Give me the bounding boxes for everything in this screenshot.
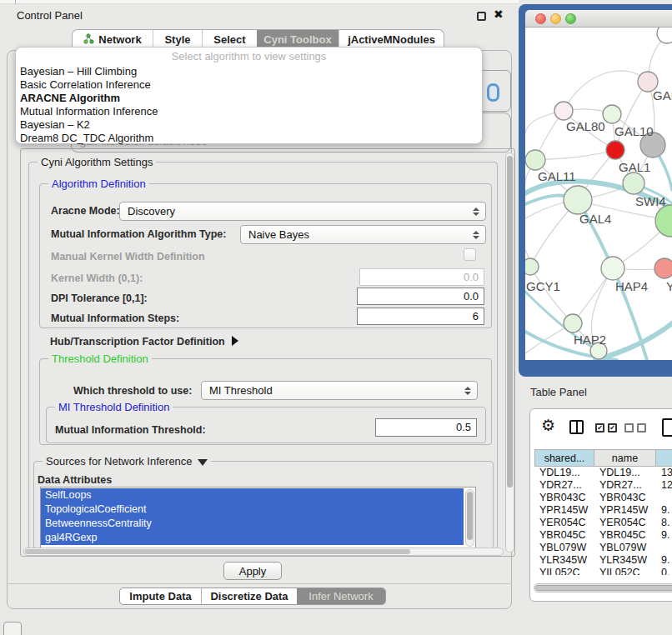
table-row[interactable]: YLR345W YLR345W 9.	[534, 554, 672, 567]
mi-algorithm-type-combo[interactable]: Naive Bayes	[240, 225, 486, 244]
select-all-check-icon[interactable]: ✔	[608, 423, 617, 432]
cell[interactable]: 9.	[656, 504, 672, 517]
table-row[interactable]: YBR043C YBR043C	[534, 492, 672, 504]
zoom-traffic-light-icon[interactable]	[565, 13, 576, 24]
settings-vertical-scrollbar[interactable]	[505, 152, 514, 552]
cell[interactable]	[656, 542, 672, 554]
expand-arrow-icon[interactable]	[232, 336, 238, 346]
dropdown-item[interactable]: Bayesian – Hill Climbing	[16, 65, 482, 78]
cell[interactable]: YDR27...	[534, 479, 594, 492]
list-item[interactable]: TopologicalCoefficient	[41, 502, 464, 517]
cell[interactable]: YDR27...	[594, 479, 656, 492]
table-row[interactable]: YDL19... YDL19... 13	[534, 467, 672, 479]
table-horizontal-scrollbar-thumb[interactable]	[535, 585, 672, 591]
node-hap4[interactable]	[601, 257, 624, 280]
hub-definition-section[interactable]: Hub/Transcription Factor Definition	[50, 333, 238, 348]
apply-button[interactable]: Apply	[223, 562, 282, 580]
cell[interactable]: 13	[656, 467, 672, 479]
close-traffic-light-icon[interactable]	[535, 13, 546, 24]
manual-kernel-width-checkbox[interactable]	[464, 248, 476, 261]
column-header-shared-name[interactable]: shared...	[534, 450, 594, 466]
cell[interactable]: YDL19...	[534, 467, 594, 479]
deselect-all-check-icon[interactable]	[624, 423, 634, 432]
cell[interactable]: YIL052C	[594, 567, 656, 575]
cell[interactable]: YBL079W	[534, 542, 594, 554]
node-swi4[interactable]	[655, 205, 672, 237]
cell[interactable]	[656, 492, 672, 504]
split-view-icon[interactable]	[569, 420, 584, 434]
node-gal10[interactable]	[603, 105, 621, 123]
node-gal1[interactable]	[623, 172, 644, 194]
cell[interactable]: YBL079W	[594, 542, 656, 554]
tab-impute-data[interactable]: Impute Data	[120, 588, 201, 604]
cell[interactable]: YBR043C	[594, 492, 656, 504]
minimize-traffic-light-icon[interactable]	[550, 13, 561, 24]
cell[interactable]: 9.	[656, 554, 672, 567]
cell[interactable]: YLR345W	[594, 554, 656, 567]
settings-vertical-scrollbar-thumb[interactable]	[507, 156, 513, 488]
settings-horizontal-scrollbar-thumb[interactable]	[25, 549, 410, 554]
cell[interactable]: YLR345W	[534, 554, 594, 567]
cell[interactable]: YPR145W	[594, 504, 656, 517]
network-window-titlebar[interactable]	[525, 10, 672, 28]
node-salmon[interactable]	[654, 258, 672, 278]
dpi-tolerance-field[interactable]: 0.0	[357, 288, 484, 305]
settings-horizontal-scrollbar[interactable]	[23, 548, 504, 556]
table-row[interactable]: YDR27... YDR27... 12	[534, 479, 672, 492]
cell[interactable]: 9.	[656, 529, 672, 542]
node-selected-red[interactable]	[606, 141, 624, 159]
tab-discretize-data[interactable]: Discretize Data	[201, 588, 297, 604]
cell[interactable]: YPR145W	[534, 504, 594, 517]
mi-steps-field[interactable]: 6	[357, 308, 484, 325]
dropdown-item[interactable]: Dream8 DC_TDC Algorithm	[16, 132, 482, 145]
table-row[interactable]: YER054C YER054C 8.	[534, 517, 672, 529]
cell[interactable]: YBR043C	[534, 492, 594, 504]
cell[interactable]: YBR045C	[594, 529, 656, 542]
tab-infer-network[interactable]: Infer Network	[297, 588, 385, 604]
cell[interactable]: YIL052C	[534, 567, 594, 575]
cell[interactable]: YDL19...	[594, 467, 656, 479]
docked-panel-icon[interactable]	[3, 622, 22, 635]
cell[interactable]: YER054C	[594, 517, 656, 529]
table-row[interactable]: YBL079W YBL079W	[534, 542, 672, 554]
table-horizontal-scrollbar[interactable]	[534, 583, 672, 592]
cell[interactable]: 0.	[656, 567, 672, 575]
list-item[interactable]: gal4RGexp	[41, 531, 464, 545]
network-nodes[interactable]	[525, 28, 672, 359]
network-window[interactable]: GAL GAL80 GAL10 GAL1 GAL11 SWI4 GAL4 GCY…	[519, 4, 672, 377]
table-row[interactable]: YBR045C YBR045C 9.	[534, 529, 672, 542]
table-row[interactable]: YPR145W YPR145W 9.	[534, 504, 672, 517]
new-table-icon[interactable]	[662, 418, 672, 437]
node-hap2[interactable]	[564, 314, 582, 332]
list-scrollbar-thumb[interactable]	[467, 492, 473, 540]
collapse-arrow-icon[interactable]	[198, 459, 208, 466]
dropdown-item[interactable]: Mutual Information Inference	[16, 105, 482, 118]
float-panel-icon[interactable]	[477, 12, 486, 21]
node[interactable]	[657, 28, 672, 43]
cell[interactable]: YER054C	[534, 517, 594, 529]
dropdown-item[interactable]: Basic Correlation Inference	[16, 78, 482, 92]
node-gal4[interactable]	[564, 186, 592, 214]
which-threshold-combo[interactable]: MI Threshold	[201, 381, 478, 400]
column-header-name[interactable]: name	[594, 450, 656, 466]
cell[interactable]: 8.	[656, 517, 672, 529]
dropdown-item[interactable]: Bayesian – K2	[16, 118, 482, 132]
aracne-mode-combo[interactable]: Discovery	[119, 202, 486, 221]
deselect-all-check-icon[interactable]	[637, 423, 646, 432]
gear-icon[interactable]: ⚙	[541, 417, 555, 435]
kernel-width-field[interactable]: 0.0	[359, 268, 484, 286]
node-gcy1[interactable]	[525, 258, 539, 275]
table-row[interactable]: YIL052C YIL052C 0.	[534, 567, 672, 575]
node-gal80[interactable]	[554, 102, 573, 120]
mi-threshold-field[interactable]: 0.5	[375, 418, 477, 437]
cell[interactable]: YBR045C	[534, 529, 594, 542]
dropdown-item-selected[interactable]: ARACNE Algorithm	[16, 92, 482, 105]
node-gal11[interactable]	[525, 150, 545, 170]
list-item[interactable]: SelfLoops	[41, 488, 464, 502]
close-icon[interactable]: ✖	[494, 8, 504, 21]
cell[interactable]: 12	[656, 479, 672, 492]
list-item[interactable]: BetweennessCentrality	[41, 517, 464, 531]
network-canvas[interactable]: GAL GAL80 GAL10 GAL1 GAL11 SWI4 GAL4 GCY…	[525, 28, 672, 360]
select-all-check-icon[interactable]: ✔	[595, 423, 604, 432]
list-scrollbar[interactable]	[465, 489, 474, 547]
